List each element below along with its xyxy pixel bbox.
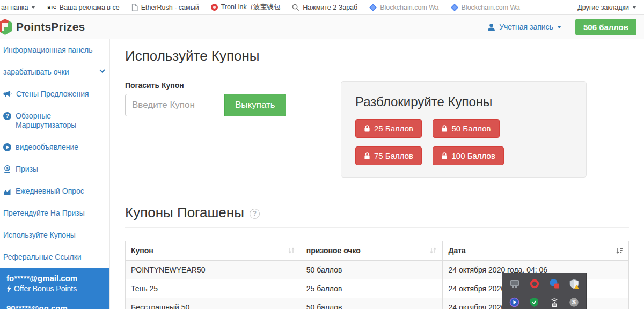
- tray-icon-defender-shield[interactable]: [569, 278, 580, 289]
- bookmark-label: Ваша реклама в се: [60, 4, 120, 11]
- account-label: Учетная запись: [499, 23, 553, 31]
- blockchain-diamond-icon: [451, 4, 458, 11]
- sidebar-item-label: Используйте Купоны: [3, 231, 76, 240]
- svg-text:?: ?: [5, 113, 9, 119]
- sidebar-item-label: Ежедневный Опрос: [16, 187, 84, 196]
- coupon-input[interactable]: [125, 94, 224, 116]
- redeem-coupon-form: Погасить Купон Выкупать: [125, 81, 286, 116]
- sidebar-item-referral-links[interactable]: Реферальные Ссылки: [0, 246, 109, 268]
- sidebar-item-label: Призы: [16, 165, 38, 174]
- cell-points: 50 баллов: [301, 298, 443, 309]
- bookmark-item[interactable]: Нажмите 2 Зараб: [292, 4, 357, 11]
- tray-icon-opera[interactable]: [529, 278, 540, 289]
- tray-icon-shield-check[interactable]: [529, 297, 540, 307]
- sidebar-item-video-ads[interactable]: видеообъявление: [0, 136, 109, 158]
- unlock-100-button[interactable]: 100 Баллов: [433, 146, 503, 165]
- coupon-row: Погасить Купон Выкупать Разблокируйте Ку…: [125, 81, 629, 178]
- sidebar-item-dashboard[interactable]: Информационная панель: [0, 39, 109, 61]
- tray-icon-router[interactable]: [549, 297, 560, 307]
- column-label: призовое очко: [306, 246, 361, 255]
- bookmark-label: Нажмите 2 Зараб: [303, 4, 357, 11]
- play-circle-icon: [3, 143, 11, 151]
- unlock-button-label: 75 Баллов: [374, 151, 413, 160]
- column-header-date[interactable]: Дата: [443, 241, 629, 261]
- main-content: Используйте Купоны Погасить Купон Выкупа…: [110, 39, 644, 309]
- bookmark-label: TronLink（波宝钱包: [221, 3, 281, 12]
- bookmark-item[interactable]: BTC Ваша реклама в се: [47, 4, 119, 11]
- divider: [125, 227, 629, 228]
- svg-text:S: S: [572, 299, 576, 305]
- bookmark-item[interactable]: EtherRush - самый: [131, 4, 199, 11]
- dropdown-arrow-icon: [632, 6, 636, 9]
- btc-icon: BTC: [47, 5, 56, 10]
- bonus-account-gmail[interactable]: fo*****@gmail.com Offer Bonus Points: [0, 268, 109, 298]
- unlock-button-label: 25 Баллов: [374, 124, 413, 133]
- bolt-icon: [6, 285, 11, 292]
- sidebar-item-earn-points[interactable]: зарабатывать очки: [0, 61, 109, 83]
- site-header: PointsPrizes Учетная запись 506 баллов: [0, 15, 644, 39]
- blockchain-diamond-icon: [369, 4, 377, 11]
- sort-icon: [429, 247, 437, 254]
- table-header-row: Купон призовое очко Дата: [126, 241, 629, 261]
- help-icon[interactable]: ?: [250, 209, 260, 219]
- column-header-points[interactable]: призовое очко: [301, 241, 443, 261]
- redeem-button[interactable]: Выкупать: [224, 94, 286, 116]
- sidebar: Информационная панель зарабатывать очки …: [0, 39, 110, 309]
- column-header-coupon[interactable]: Купон: [126, 241, 301, 261]
- search-icon: [292, 4, 299, 11]
- unlock-25-button[interactable]: 25 Баллов: [355, 119, 422, 138]
- bookmark-label: EtherRush - самый: [141, 4, 199, 11]
- sidebar-item-offer-walls[interactable]: Стены Предложения: [0, 83, 109, 105]
- coin-icon: $: [3, 165, 11, 174]
- dropdown-arrow-icon: [557, 26, 561, 28]
- tray-icon-app-badge[interactable]: [549, 278, 560, 289]
- cell-coupon: Тень 25: [126, 279, 301, 298]
- cell-points: 50 баллов: [301, 260, 443, 279]
- bookmark-item[interactable]: Blockchain.com Wa: [451, 4, 520, 11]
- dropdown-arrow-icon: [31, 6, 35, 9]
- brand-link[interactable]: PointsPrizes: [0, 19, 85, 35]
- unlock-50-button[interactable]: 50 Баллов: [433, 119, 499, 138]
- sidebar-item-survey-routers[interactable]: ? Обзорные Маршрутизаторы: [0, 105, 109, 136]
- page-icon: [131, 4, 138, 11]
- bookmark-label: Blockchain.com Wa: [380, 4, 438, 11]
- bookmark-item[interactable]: Blockchain.com Wa: [369, 4, 438, 11]
- unlock-buttons: 25 Баллов 50 Баллов 75 Баллов 100 Баллов: [355, 119, 572, 174]
- bookmark-item[interactable]: TronLink（波宝钱包: [211, 3, 281, 12]
- other-bookmarks-button[interactable]: Другие закладки: [577, 4, 636, 11]
- tray-icon-skype[interactable]: S: [569, 297, 580, 307]
- account-email: 90*****@qq.com: [6, 304, 103, 309]
- tray-icon-media-player[interactable]: [509, 297, 520, 307]
- header-right: Учетная запись 506 баллов: [487, 19, 636, 35]
- sort-icon: [288, 247, 295, 254]
- divider: [125, 72, 629, 72]
- sidebar-item-label: видеообъявление: [16, 143, 78, 152]
- sidebar-item-label: Информационная панель: [3, 46, 93, 55]
- lock-icon: [441, 152, 448, 159]
- account-email: fo*****@gmail.com: [6, 274, 103, 283]
- tray-icon-screen-share[interactable]: [509, 278, 520, 289]
- chart-icon: [3, 187, 11, 195]
- other-bookmarks-label: Другие закладки: [577, 4, 629, 11]
- brand-name: PointsPrizes: [16, 20, 85, 33]
- sidebar-item-daily-poll[interactable]: Ежедневный Опрос: [0, 180, 109, 202]
- cell-coupon: Бесстрашный 50: [126, 298, 301, 309]
- column-label: Дата: [448, 246, 465, 255]
- bookmark-folder[interactable]: ая папка: [1, 4, 35, 11]
- column-label: Купон: [131, 246, 153, 255]
- person-icon: [487, 23, 495, 31]
- account-action-label: Offer Bonus Points: [14, 284, 77, 293]
- bonus-account-qq[interactable]: 90*****@qq.com Offer Bonus Points: [0, 298, 109, 309]
- sidebar-item-prizes[interactable]: $ Призы: [0, 158, 109, 180]
- tronlink-icon: [211, 4, 218, 11]
- sidebar-item-use-coupons[interactable]: Используйте Купоны: [0, 224, 109, 246]
- sidebar-item-claim-prizes[interactable]: Претендуйте На Призы: [0, 202, 109, 224]
- sort-desc-icon: [616, 247, 623, 254]
- lock-icon: [364, 152, 370, 159]
- question-circle-icon: ?: [3, 112, 11, 120]
- redeemed-section-title: Купоны Погашены: [125, 204, 244, 221]
- unlock-75-button[interactable]: 75 Баллов: [355, 146, 422, 165]
- account-dropdown[interactable]: Учетная запись: [487, 23, 561, 31]
- points-balance-badge[interactable]: 506 баллов: [575, 19, 636, 35]
- cell-coupon: POINTYNEWYEAR50: [126, 260, 301, 279]
